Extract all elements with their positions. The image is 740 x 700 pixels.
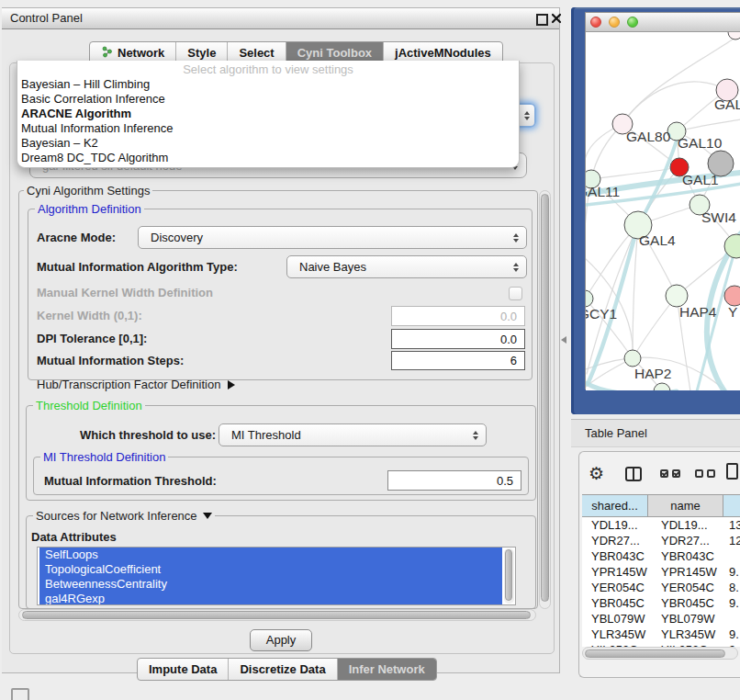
table-horizontal-scrollbar[interactable] [582,647,738,660]
bottom-tab-discretize-data[interactable]: Discretize Data [229,659,337,680]
hub-expander[interactable]: Hub/Transcription Factor Definition [37,376,235,394]
table-cell: YDR27... [648,533,723,548]
mi-type-combo[interactable]: Naive Bayes [286,255,527,278]
table-row[interactable]: YER054CYER054C8. [582,580,740,595]
network-node-gcy1[interactable] [586,290,593,307]
network-node-hap2[interactable] [624,350,641,367]
dropdown-item[interactable]: Mutual Information Inference [17,121,519,136]
table-row[interactable]: YPR145WYPR145W9. [582,564,740,580]
float-window-icon[interactable] [536,14,548,26]
select-all-checkbox-icon[interactable] [660,469,668,478]
export-table-icon[interactable] [726,463,738,480]
table-panel-title: Table Panel [585,420,647,447]
table-cell: YER054C [582,580,648,595]
network-tab-icon [101,46,113,61]
table-row[interactable]: YDL19...YDL19...13 [582,517,740,533]
bottom-tab-impute-data[interactable]: Impute Data [138,659,229,680]
data-attributes-list[interactable]: SelfLoopsTopologicalCoefficientBetweenne… [37,547,516,605]
deselect-all-checkbox-icon[interactable] [707,469,715,478]
table-panel-window: ⚙ shared... name YDL19...YDL19...13YDR27… [578,451,740,678]
tab-label: Network [118,46,164,60]
zoom-traffic-light-icon[interactable] [627,17,638,28]
table-row[interactable]: YLR345WYLR345W9. [582,627,740,642]
node-label: GAL4 [639,232,676,248]
aracne-mode-combo[interactable]: Discovery [138,226,527,249]
control-panel-window: Control Panel NetworkStyleSelectCyni Too… [2,7,560,673]
network-canvas[interactable]: GALGAL80GAL10GAL1GAL11SWI4GAL4GCY1HAP4YH… [586,32,740,390]
close-icon[interactable] [551,13,562,24]
combo-spinner-icon [473,431,478,440]
kernel-width-label: Kernel Width (0,1): [37,307,142,325]
minimize-traffic-light-icon[interactable] [609,17,620,28]
network-view-frame: GALGAL80GAL10GAL1GAL11SWI4GAL4GCY1HAP4YH… [571,7,740,414]
settings-horizontal-scrollbar[interactable] [18,609,536,621]
gear-icon[interactable]: ⚙ [589,464,604,484]
table-row[interactable]: YDR27...YDR27...12 [582,533,740,548]
attribute-list-item[interactable]: SelfLoops [39,548,502,562]
settings-vertical-scrollbar[interactable] [539,190,551,609]
table-cell: 9. [723,564,740,580]
settings-group-title: Cyni Algorithm Settings [24,184,152,198]
dropdown-item[interactable]: Bayesian – Hill Climbing [17,77,519,92]
node-label: GAL11 [586,184,620,199]
which-threshold-combo[interactable]: MI Threshold [219,423,487,446]
which-threshold-label: Which threshold to use: [80,426,216,445]
node-label: Y [728,304,737,320]
which-threshold-value: MI Threshold [231,428,301,442]
node-label: GAL1 [682,172,719,187]
attribute-list-item[interactable]: TopologicalCoefficient [39,562,502,577]
dpi-tolerance-field[interactable]: 0.0 [391,329,525,349]
mi-threshold-field[interactable]: 0.5 [387,470,521,491]
sources-title-label: Sources for Network Inference [36,509,197,523]
manual-kernel-checkbox[interactable] [509,287,522,300]
control-panel-titlebar: Control Panel [2,8,559,29]
node-label: GAL [714,96,740,112]
node-label: GCY1 [586,306,617,322]
network-node[interactable] [728,32,740,40]
column-header-shared-name[interactable]: shared... [582,495,648,516]
dock-panel-icon[interactable] [11,688,29,700]
dropdown-item[interactable]: Dream8 DC_TDC Algorithm [17,151,519,165]
table-row[interactable]: YBR045CYBR045C9. [582,595,740,611]
control-panel-title: Control Panel [10,8,83,28]
dropdown-item[interactable]: Basic Correlation Inference [17,92,519,107]
table-cell: YER054C [648,580,723,595]
mi-threshold-value: 0.5 [497,474,513,488]
table-row[interactable]: YBL079WYBL079W [582,611,740,627]
network-graph: GALGAL80GAL10GAL1GAL11SWI4GAL4GCY1HAP4YH… [586,32,740,390]
panel-divider-handle[interactable] [561,336,566,344]
select-all-checkbox-icon[interactable] [672,469,680,478]
table-cell: YDR27... [582,533,648,548]
dropdown-item[interactable]: ARACNE Algorithm [17,107,519,121]
dpi-tolerance-value: 0.0 [500,333,517,346]
bottom-tab-infer-network[interactable]: Infer Network [338,659,436,680]
network-node-y[interactable] [724,286,740,306]
close-traffic-light-icon[interactable] [590,17,601,28]
attribute-list-item[interactable]: BetweennessCentrality [39,577,502,592]
table-cell: YBR043C [648,548,723,564]
table-cell: 13 [723,517,740,533]
tab-label: Style [187,46,216,60]
apply-button[interactable]: Apply [250,629,312,651]
mi-threshold-definition-title: MI Threshold Definition [40,450,168,464]
deselect-all-checkbox-icon[interactable] [695,469,703,478]
table-cell: 9. [723,595,740,611]
attribute-list-scrollbar[interactable] [504,548,514,604]
table-cell: 12 [723,533,740,548]
node-label: HAP2 [634,366,672,381]
column-header-name[interactable]: name [648,495,723,516]
table-row[interactable]: YBR043CYBR043C [582,548,740,564]
combo-spinner-icon [513,233,519,243]
column-header-third[interactable] [723,495,740,516]
table-cell: YBL079W [582,611,648,627]
attribute-list-item[interactable]: gal4RGexp [39,592,502,605]
dropdown-item[interactable]: Bayesian – K2 [17,136,519,151]
tab-label: jActiveMNodules [395,46,491,60]
mi-steps-field[interactable]: 6 [391,351,525,370]
columns-icon[interactable] [625,467,642,481]
kernel-width-field[interactable]: 0.0 [391,306,525,326]
node-label: SWI4 [701,209,736,225]
sources-group-title[interactable]: Sources for Network Inference [33,509,215,523]
node-label: HAP4 [679,304,717,320]
table-cell: YLR345W [648,627,723,642]
